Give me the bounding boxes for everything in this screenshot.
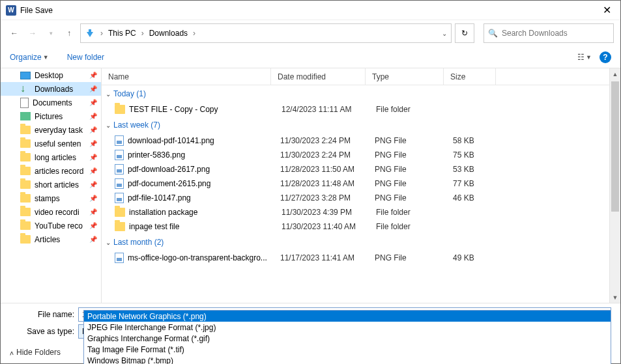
folder-icon <box>20 235 31 244</box>
file-row[interactable]: ms-office-logo-on-transparent-backgro...… <box>102 251 609 265</box>
file-size: 75 KB <box>453 150 505 160</box>
png-icon <box>115 178 124 189</box>
search-input[interactable] <box>502 29 609 38</box>
file-size: 46 KB <box>453 193 505 203</box>
folder-icon <box>115 208 125 217</box>
sidebar-label: YouTube reco <box>35 221 83 231</box>
sidebar-label: articles record <box>35 167 83 176</box>
scroll-up-icon[interactable]: ▲ <box>610 68 620 79</box>
file-type: PNG File <box>375 150 453 160</box>
file-row[interactable]: pdf-download-2617.png11/28/2023 11:50 AM… <box>102 162 609 176</box>
file-row[interactable]: download-pdf-10141.png11/30/2023 2:24 PM… <box>102 133 609 148</box>
type-option[interactable]: Portable Network Graphics (*.png) <box>84 311 611 322</box>
word-icon: W <box>6 5 16 16</box>
file-row[interactable]: printer-5836.png11/30/2023 2:24 PMPNG Fi… <box>102 148 609 162</box>
file-name: printer-5836.png <box>128 150 280 160</box>
file-row[interactable]: pdf-document-2615.png11/28/2023 11:48 AM… <box>102 176 609 191</box>
sidebar-item-downloads[interactable]: Downloads📌 <box>1 82 101 96</box>
type-option[interactable]: JPEG File Interchange Format (*.jpg) <box>84 322 611 333</box>
pin-icon: 📌 <box>89 99 97 106</box>
back-button[interactable]: ← <box>7 26 22 40</box>
desk-icon <box>20 72 31 79</box>
sidebar-item-youtube-reco[interactable]: YouTube reco📌 <box>1 219 101 232</box>
sidebar-item-video-recordi[interactable]: video recordi📌 <box>1 205 101 219</box>
file-date: 11/27/2023 3:28 PM <box>280 193 375 203</box>
type-option[interactable]: Windows Bitmap (*.bmp) <box>84 355 611 364</box>
sidebar-item-long-articles[interactable]: long articles📌 <box>1 150 101 164</box>
col-type[interactable]: Type <box>366 68 444 85</box>
file-row[interactable]: inpage test file11/30/2023 11:40 AMFile … <box>102 219 609 234</box>
sidebar-item-useful-senten[interactable]: useful senten📌 <box>1 137 101 150</box>
file-date: 11/30/2023 4:39 PM <box>282 208 376 217</box>
sidebar-item-articles-record[interactable]: articles record📌 <box>1 164 101 178</box>
group-header[interactable]: ⌄Today (1) <box>102 85 609 102</box>
view-options-button[interactable]: ☷▼ <box>577 53 592 62</box>
dl-icon <box>20 84 31 94</box>
sidebar-item-stamps[interactable]: stamps📌 <box>1 191 101 205</box>
file-type: File folder <box>376 208 454 217</box>
new-folder-button[interactable]: New folder <box>67 53 104 62</box>
folder-icon <box>20 194 31 203</box>
sidebar-label: useful senten <box>35 139 81 148</box>
file-row[interactable]: pdf-file-10147.png11/27/2023 3:28 PMPNG … <box>102 191 609 205</box>
folder-icon <box>115 105 125 114</box>
up-button[interactable]: ↑ <box>62 26 76 40</box>
view-icon: ☷ <box>577 53 585 62</box>
scroll-down-icon[interactable]: ▼ <box>610 292 620 303</box>
sidebar-item-short-articles[interactable]: short articles📌 <box>1 178 101 191</box>
type-option[interactable]: Tag Image File Format (*.tif) <box>84 344 611 355</box>
file-date: 11/30/2023 11:40 AM <box>282 222 376 231</box>
png-icon <box>115 150 124 160</box>
chevron-right-icon <box>139 29 147 38</box>
file-row[interactable]: TEST FILE - Copy - Copy12/4/2023 11:11 A… <box>102 102 609 117</box>
group-header[interactable]: ⌄Last month (2) <box>102 234 609 251</box>
file-row[interactable]: installation package11/30/2023 4:39 PMFi… <box>102 205 609 219</box>
file-date: 11/30/2023 2:24 PM <box>280 136 375 145</box>
file-name: download-pdf-10141.png <box>128 136 280 145</box>
scroll-thumb[interactable] <box>611 81 619 212</box>
png-icon <box>115 253 124 263</box>
group-header[interactable]: ⌄Last week (7) <box>102 117 609 133</box>
breadcrumb-seg[interactable]: This PC <box>108 29 136 38</box>
pin-icon: 📌 <box>89 236 97 243</box>
file-date: 12/4/2023 11:11 AM <box>282 105 376 114</box>
sidebar-label: everyday task <box>35 126 83 135</box>
sidebar-item-desktop[interactable]: Desktop📌 <box>1 68 101 82</box>
col-date[interactable]: Date modified <box>271 68 366 85</box>
forward-button[interactable]: → <box>25 26 40 40</box>
search-box[interactable]: 🔍 <box>484 23 614 43</box>
chevron-right-icon <box>190 29 198 38</box>
address-bar[interactable]: This PC Downloads ⌄ <box>80 23 452 43</box>
breadcrumb-seg[interactable]: Downloads <box>149 29 188 38</box>
file-type: File folder <box>376 222 454 231</box>
sidebar-item-pictures[interactable]: Pictures📌 <box>1 109 101 123</box>
refresh-button[interactable]: ↻ <box>455 23 474 43</box>
close-button[interactable]: ✕ <box>599 4 615 16</box>
help-button[interactable]: ? <box>599 51 611 63</box>
sidebar-item-articles[interactable]: Articles📌 <box>1 232 101 246</box>
sidebar-item-documents[interactable]: Documents📌 <box>1 96 101 109</box>
pin-icon: 📌 <box>89 167 97 175</box>
folder-icon <box>20 208 31 216</box>
pin-icon: 📌 <box>89 222 97 229</box>
sidebar-item-everyday-task[interactable]: everyday task📌 <box>1 123 101 137</box>
chevron-down-icon: ⌄ <box>106 239 111 246</box>
file-size: 77 KB <box>453 179 505 188</box>
col-size[interactable]: Size <box>444 68 496 85</box>
col-name[interactable]: Name <box>102 68 271 85</box>
file-type: PNG File <box>375 193 453 203</box>
recent-dropdown[interactable]: ▾ <box>44 26 58 40</box>
folder-icon <box>20 221 31 230</box>
organize-button[interactable]: Organize▼ <box>10 53 49 62</box>
png-icon <box>115 135 124 146</box>
file-type: File folder <box>376 105 454 114</box>
file-list: Name Date modified Type Size ⌄Today (1)T… <box>102 68 609 303</box>
file-type: PNG File <box>375 136 453 145</box>
chevron-right-icon <box>98 29 106 38</box>
address-dropdown-icon[interactable]: ⌄ <box>442 30 447 37</box>
type-option[interactable]: Graphics Interchange Format (*.gif) <box>84 333 611 344</box>
scrollbar[interactable]: ▲ ▼ <box>609 68 620 303</box>
folder-icon <box>20 167 31 175</box>
filename-label: File name: <box>10 310 78 319</box>
pin-icon: 📌 <box>89 85 97 92</box>
